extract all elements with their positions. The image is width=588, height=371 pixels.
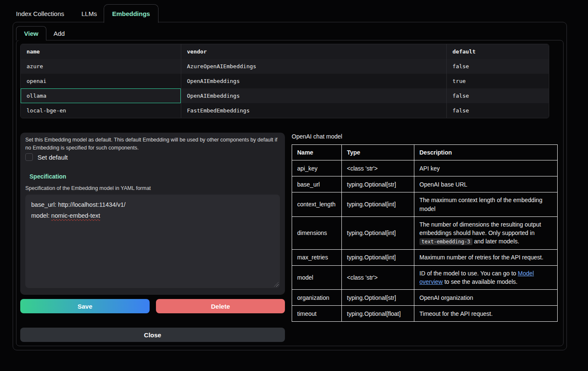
table-row-azure[interactable]: azure AzureOpenAIEmbeddings false (21, 59, 549, 74)
cell-vendor[interactable]: FastEmbedEmbeddings (181, 103, 446, 118)
doc-row-context-length: context_length typing.Optional[int] The … (292, 192, 558, 217)
doc-param-name: timeout (292, 306, 342, 322)
cell-name[interactable]: openai (21, 74, 181, 88)
table-row-ollama[interactable]: ollama OpenAIEmbeddings false (21, 88, 549, 103)
doc-row-max-retries: max_retries typing.Optional[int] Maximum… (292, 249, 558, 265)
doc-param-desc: Maximum number of retries for the API re… (414, 249, 558, 265)
set-default-row: Set default (25, 153, 68, 161)
doc-param-name: api_key (292, 160, 342, 176)
doc-row-model: model <class 'str'> ID of the model to u… (292, 265, 558, 290)
model-doc-title: OpenAI chat model (292, 133, 342, 140)
doc-row-api-key: api_key <class 'str'> API key (292, 160, 558, 176)
doc-row-organization: organization typing.Optional[str] OpenAI… (292, 290, 558, 306)
cell-default[interactable]: false (446, 59, 549, 74)
embedding-detail-panel: Set this Embedding model as default. Thi… (20, 133, 285, 295)
doc-param-name: organization (292, 290, 342, 306)
close-button[interactable]: Close (20, 328, 285, 342)
yaml-line-1: base_url: http://localhost:11434/v1/ (31, 199, 274, 210)
doc-row-dimensions: dimensions typing.Optional[int] The numb… (292, 216, 558, 249)
tab-llms[interactable]: LLMs (78, 4, 100, 23)
cell-default[interactable]: true (446, 74, 549, 88)
yaml-line-2: model: nomic-embed-text (31, 210, 274, 221)
doc-param-name: base_url (292, 176, 342, 192)
sub-tab-bar: View Add (16, 26, 72, 40)
doc-column-type: Type (342, 145, 414, 160)
app-window: Index Collections LLMs Embeddings View A… (0, 0, 588, 371)
cell-vendor[interactable]: OpenAIEmbeddings (181, 88, 446, 103)
specification-caption: Specification of the Embedding model in … (25, 185, 151, 191)
main-tab-bar: Index Collections LLMs Embeddings (13, 4, 158, 23)
table-row-local-bge-en[interactable]: local-bge-en FastEmbedEmbeddings false (21, 103, 549, 118)
model-doc-table: Name Type Description api_key <class 'st… (292, 144, 557, 322)
doc-row-base-url: base_url typing.Optional[str] OpenAI bas… (292, 176, 558, 192)
doc-param-type: typing.Optional[str] (342, 290, 414, 306)
cell-vendor[interactable]: AzureOpenAIEmbeddings (181, 59, 446, 74)
cell-name[interactable]: azure (21, 59, 181, 74)
doc-param-type: typing.Optional[int] (342, 192, 414, 217)
doc-header-row: Name Type Description (292, 145, 558, 160)
doc-param-desc: OpenAI organization (414, 290, 558, 306)
doc-param-name: context_length (292, 192, 342, 217)
doc-param-name: dimensions (292, 216, 342, 249)
cell-default[interactable]: false (446, 88, 549, 103)
doc-param-type: typing.Optional[int] (342, 249, 414, 265)
code-chip: text-embedding-3 (419, 238, 473, 245)
set-default-help-text: Set this Embedding model as default. Thi… (25, 136, 280, 152)
doc-column-name: Name (292, 145, 342, 160)
misspelled-word: nomic-embed-text (51, 212, 100, 219)
doc-param-desc: API key (414, 160, 558, 176)
cell-name[interactable]: local-bge-en (21, 103, 181, 118)
doc-param-desc: Timeout for the API request. (414, 306, 558, 322)
doc-param-desc: OpenAI base URL (414, 176, 558, 192)
doc-param-type: <class 'str'> (342, 265, 414, 290)
set-default-checkbox[interactable] (25, 153, 33, 161)
specification-heading: Specification (30, 173, 66, 180)
column-header-name: name (21, 44, 181, 59)
resize-handle[interactable] (274, 282, 279, 287)
doc-param-desc: ID of the model to use. You can go to Mo… (414, 265, 558, 290)
cell-name-selected[interactable]: ollama (21, 88, 181, 103)
delete-button[interactable]: Delete (156, 299, 285, 313)
tab-embeddings[interactable]: Embeddings (104, 4, 158, 23)
tab-view[interactable]: View (16, 26, 46, 40)
doc-param-desc: The number of dimensions the resulting o… (414, 216, 558, 249)
cell-default[interactable]: false (446, 103, 549, 118)
tab-add[interactable]: Add (46, 26, 72, 40)
doc-param-type: typing.Optional[int] (342, 216, 414, 249)
doc-param-type: <class 'str'> (342, 160, 414, 176)
table-row-openai[interactable]: openai OpenAIEmbeddings true (21, 74, 549, 88)
doc-param-type: typing.Optional[str] (342, 176, 414, 192)
tab-index-collections[interactable]: Index Collections (13, 4, 67, 23)
doc-column-description: Description (414, 145, 558, 160)
set-default-label: Set default (38, 154, 68, 161)
yaml-spec-editor[interactable]: base_url: http://localhost:11434/v1/ mod… (25, 195, 280, 288)
embeddings-header-row: name vendor default (21, 44, 549, 59)
doc-param-type: typing.Optional[float] (342, 306, 414, 322)
doc-param-name: model (292, 265, 342, 290)
doc-param-desc: The maximum context length of the embedd… (414, 192, 558, 217)
embeddings-list: name vendor default azure AzureOpenAIEmb… (20, 44, 549, 118)
save-button[interactable]: Save (20, 299, 150, 313)
doc-row-timeout: timeout typing.Optional[float] Timeout f… (292, 306, 558, 322)
cell-vendor[interactable]: OpenAIEmbeddings (181, 74, 446, 88)
column-header-vendor: vendor (181, 44, 446, 59)
column-header-default: default (446, 44, 549, 59)
doc-param-name: max_retries (292, 249, 342, 265)
